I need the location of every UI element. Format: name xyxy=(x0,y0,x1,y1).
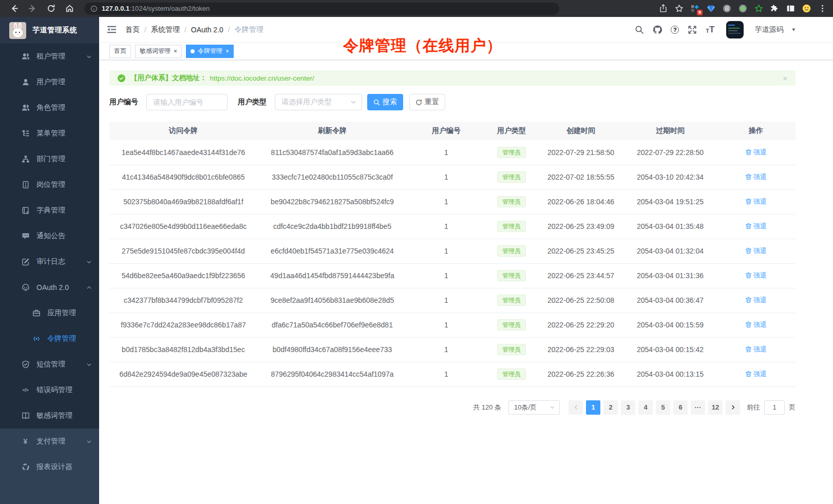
user-id-cell: 1 xyxy=(407,189,485,214)
sidebar-item-dept[interactable]: 部门管理 xyxy=(0,146,99,172)
user-type-cell: 管理员 xyxy=(485,239,538,263)
search-button[interactable]: 搜索 xyxy=(367,94,403,110)
pagination-page-2[interactable]: 2 xyxy=(603,400,618,415)
force-logout-label: 强退 xyxy=(753,222,767,231)
pagination: 共 120 条 10条/页 123456···12 前往 页 xyxy=(109,400,796,415)
force-logout-button[interactable]: 强退 xyxy=(745,197,767,206)
side-panel-icon[interactable] xyxy=(786,4,795,13)
tab-close-icon[interactable]: × xyxy=(225,48,229,54)
record-extension-icon[interactable] xyxy=(739,4,747,13)
goto-page-input[interactable] xyxy=(764,400,785,415)
pagination-page-1[interactable]: 1 xyxy=(586,400,600,415)
site-info-icon[interactable] xyxy=(90,5,98,12)
force-logout-button[interactable]: 强退 xyxy=(745,296,767,305)
sidebar-item-user[interactable]: 用户管理 xyxy=(0,69,99,95)
pagination-page-3[interactable]: 3 xyxy=(621,400,635,415)
sidebar-item-label: 用户管理 xyxy=(36,77,65,87)
create-time-cell: 2022-06-25 23:44:57 xyxy=(538,263,624,288)
sidebar-item-sms[interactable]: 短信管理 xyxy=(0,352,99,377)
font-size-icon[interactable]: TT xyxy=(706,25,714,34)
sidebar-item-role[interactable]: 角色管理 xyxy=(0,95,99,121)
refresh-token-cell: 811c530487574fa0af1a59d3abc1aa66 xyxy=(257,140,407,165)
alert-close-icon[interactable]: × xyxy=(783,74,787,83)
home-icon[interactable] xyxy=(62,2,77,15)
sidebar-item-oauth2[interactable]: OAuth 2.0 xyxy=(0,275,99,300)
help-icon[interactable]: ? xyxy=(671,26,679,34)
user-type-badge: 管理员 xyxy=(497,245,526,257)
gem-extension-icon[interactable] xyxy=(707,4,715,13)
tab-home[interactable]: 首页 xyxy=(109,45,131,58)
force-logout-button[interactable]: 强退 xyxy=(745,370,767,379)
user-type-cell: 管理员 xyxy=(485,189,538,214)
pagination-more[interactable]: ··· xyxy=(691,400,705,415)
sidebar-item-audit-log[interactable]: 审计日志 xyxy=(0,249,99,275)
sidebar-item-menu[interactable]: 菜单管理 xyxy=(0,121,99,146)
bookmark-star-icon[interactable] xyxy=(675,4,684,13)
actions-cell: 强退 xyxy=(716,362,796,386)
access-token-cell: c347026e805e4d99b0d116eae66eda8c xyxy=(109,214,257,239)
forward-icon[interactable] xyxy=(25,2,40,15)
next-page-button[interactable] xyxy=(726,400,740,415)
sidebar-item-tenant[interactable]: 租户管理 xyxy=(0,44,99,69)
user-id-input[interactable] xyxy=(146,94,228,110)
sidebar-item-error-code[interactable]: </>错误码管理 xyxy=(0,377,99,403)
force-logout-button[interactable]: 强退 xyxy=(745,222,767,231)
sidebar-item-dict[interactable]: 字典管理 xyxy=(0,198,99,223)
gray-circle-extension-icon[interactable] xyxy=(723,4,731,13)
profile-avatar-icon[interactable] xyxy=(802,4,811,13)
user-avatar[interactable] xyxy=(726,21,744,38)
caret-down-icon[interactable]: ▾ xyxy=(792,26,795,33)
force-logout-button[interactable]: 强退 xyxy=(745,320,767,329)
fullscreen-icon[interactable] xyxy=(688,25,697,34)
breadcrumb-separator: / xyxy=(144,26,146,34)
pagination-page-4[interactable]: 4 xyxy=(638,400,653,415)
address-bar[interactable]: 127.0.0.1:1024/system/oauth2/token xyxy=(84,3,559,15)
actions-cell: 强退 xyxy=(716,263,796,288)
breadcrumb-item[interactable]: 首页 xyxy=(125,25,140,34)
page-size-select[interactable]: 10条/页 xyxy=(508,400,560,415)
doc-link[interactable]: https://doc.iocoder.cn/user-center/ xyxy=(210,74,314,82)
prev-page-button[interactable] xyxy=(569,400,583,415)
green-star-extension-icon[interactable] xyxy=(754,4,763,13)
sidebar-toggle-icon[interactable] xyxy=(107,25,117,35)
tab-token[interactable]: 令牌管理× xyxy=(186,45,234,58)
expire-time-cell: 2054-03-04 19:51:25 xyxy=(624,189,716,214)
username[interactable]: 芋道源码 xyxy=(754,25,783,34)
pagination-page-5[interactable]: 5 xyxy=(656,400,670,415)
breadcrumb-item[interactable]: OAuth 2.0 xyxy=(191,26,223,34)
force-logout-button[interactable]: 强退 xyxy=(745,148,767,157)
table-row: 54d6be82ee5a460a9aedc1f9bf22365649d1aa46… xyxy=(109,263,796,288)
sidebar-item-notice[interactable]: 通知公告 xyxy=(0,223,99,249)
github-icon[interactable] xyxy=(653,25,662,34)
sidebar-item-report-designer[interactable]: 报表设计器 xyxy=(0,454,99,480)
user-type-placeholder: 请选择用户类型 xyxy=(281,98,332,107)
access-token-cell: f9336e7c7dd242a283ee98dc86b17a87 xyxy=(109,313,257,337)
access-token-cell: 41c41346a548490f9dc8b01c6bfe0865 xyxy=(109,165,257,189)
sidebar-item-pay[interactable]: ¥支付管理 xyxy=(0,429,99,454)
extension-grid-icon[interactable]: 9 xyxy=(691,4,699,13)
pagination-page-6[interactable]: 6 xyxy=(673,400,688,415)
force-logout-button[interactable]: 强退 xyxy=(745,246,767,256)
comment-icon xyxy=(21,232,30,241)
app-logo-bar[interactable]: 芋道管理系统 xyxy=(0,17,99,44)
sidebar-item-post[interactable]: 岗位管理 xyxy=(0,172,99,198)
breadcrumb-item[interactable]: 系统管理 xyxy=(151,25,180,34)
sidebar-item-oauth2-app[interactable]: 应用管理 xyxy=(0,300,99,326)
sidebar-item-sensitive-word[interactable]: 敏感词管理 xyxy=(0,403,99,429)
tab-close-icon[interactable]: × xyxy=(174,48,177,54)
force-logout-button[interactable]: 强退 xyxy=(745,345,767,354)
sidebar-item-oauth2-token[interactable]: 令牌管理 xyxy=(0,326,99,352)
share-icon[interactable] xyxy=(659,4,668,13)
search-icon[interactable] xyxy=(635,25,644,34)
pagination-page-12[interactable]: 12 xyxy=(708,400,723,415)
access-token-cell: 1ea5e44f8bc1467aaede43144f31de76 xyxy=(109,140,257,165)
reset-button[interactable]: 重置 xyxy=(409,94,445,110)
tab-sensitive-word[interactable]: 敏感词管理× xyxy=(135,45,182,58)
force-logout-button[interactable]: 强退 xyxy=(745,271,767,280)
reload-icon[interactable] xyxy=(43,2,59,15)
user-type-select[interactable]: 请选择用户类型 xyxy=(275,94,362,110)
browser-menu-icon[interactable] xyxy=(818,4,827,13)
force-logout-button[interactable]: 强退 xyxy=(745,172,767,182)
back-icon[interactable] xyxy=(6,2,22,15)
puzzle-extensions-icon[interactable] xyxy=(770,4,779,13)
